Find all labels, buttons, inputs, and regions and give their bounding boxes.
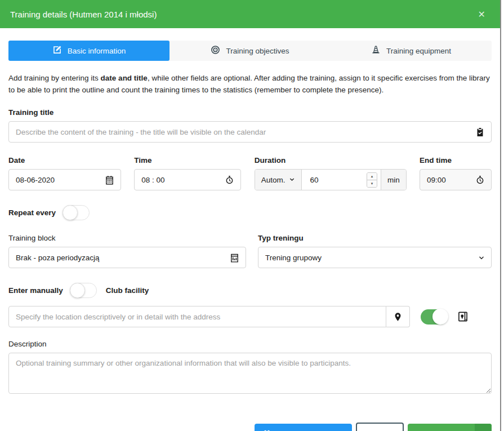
save-and-back-main[interactable]: Save and back (408, 424, 475, 431)
training-block-label: Training block (8, 234, 246, 242)
date-field (8, 169, 121, 190)
notify-button[interactable]: Notify (356, 423, 404, 431)
calendar-icon[interactable] (105, 175, 114, 185)
target-icon (211, 45, 220, 56)
time-input[interactable] (135, 176, 225, 184)
tab-training-equipment[interactable]: Training equipment (331, 41, 492, 61)
modal-header: Training details (Hutmen 2014 i młodsi) … (0, 0, 500, 28)
training-title-label: Training title (8, 108, 492, 117)
blocks-row: Training block Brak - poza periodyzacją … (8, 234, 492, 268)
close-icon[interactable]: ✕ (478, 9, 485, 20)
enter-manually-toggle[interactable] (70, 283, 97, 298)
intro-text: Add training by entering its date and ti… (8, 72, 492, 96)
chevron-down-icon (289, 176, 295, 184)
training-type-label: Typ treningu (258, 234, 492, 242)
location-input[interactable] (9, 313, 386, 321)
duration-label: Duration (255, 156, 407, 165)
training-title-field (8, 121, 492, 143)
tab-bar: Basic information Training objectives Tr… (8, 41, 492, 61)
date-label: Date (8, 156, 121, 165)
clipboard-check-icon[interactable] (475, 127, 485, 137)
time-label: Time (134, 156, 241, 165)
training-type-value: Trening grupowy (258, 254, 478, 262)
footer: ✕ Close Manage participants Notify Save … (8, 423, 492, 431)
map-pin-icon[interactable] (386, 306, 410, 327)
enter-manually-label: Enter manually (8, 286, 63, 295)
duration-unit: min (381, 170, 406, 190)
save-and-back-button: Save and back (408, 424, 492, 431)
repeat-label: Repeat every (8, 208, 56, 217)
edit-icon (52, 45, 62, 56)
club-facility-toggle[interactable] (421, 309, 448, 325)
date-input[interactable] (9, 176, 105, 184)
description-textarea[interactable] (8, 353, 492, 394)
training-block-value: Brak - poza periodyzacją (9, 254, 230, 262)
duration-value-wrap: ▴ ▾ (302, 170, 380, 190)
duration-mode-select[interactable]: Autom. (255, 170, 302, 190)
facility-map-icon[interactable] (457, 311, 469, 322)
duration-input[interactable] (309, 175, 366, 185)
modal-title: Training details (Hutmen 2014 i młodsi) (10, 10, 157, 19)
stepper-down-icon[interactable]: ▾ (367, 180, 377, 187)
tab-label: Training objectives (226, 47, 289, 55)
cone-icon (371, 45, 381, 56)
training-type-select[interactable]: Trening grupowy (258, 247, 492, 268)
toggle-knob (63, 205, 78, 220)
scrollbar-track[interactable] (500, 0, 501, 431)
training-block-field[interactable]: Brak - poza periodyzacją (8, 247, 246, 268)
end-time-field (420, 169, 492, 190)
repeat-toggle[interactable] (63, 205, 90, 220)
chevron-down-icon (478, 253, 485, 263)
tab-label: Training equipment (386, 47, 451, 55)
location-row (8, 306, 492, 327)
duration-field: Autom. ▴ ▾ min (255, 169, 407, 190)
location-mode-row: Enter manually Club facility (8, 283, 492, 298)
stepper-up-icon[interactable]: ▴ (367, 173, 377, 180)
clock-icon (475, 175, 485, 185)
end-time-input[interactable] (420, 176, 475, 184)
datetime-row: Date Time Duration Autom. (8, 156, 492, 190)
end-time-label: End time (420, 156, 492, 165)
duration-stepper: ▴ ▾ (367, 172, 377, 188)
clock-icon[interactable] (225, 175, 234, 185)
tab-training-objectives[interactable]: Training objectives (170, 41, 331, 61)
location-field (8, 306, 410, 327)
periodization-calendar-icon[interactable] (230, 253, 239, 263)
save-options-caret[interactable] (475, 424, 492, 431)
description-label: Description (8, 340, 492, 348)
time-field (134, 169, 241, 190)
toggle-knob (70, 283, 85, 298)
manage-participants-button[interactable]: Manage participants (255, 424, 353, 431)
scrollbar[interactable] (500, 0, 504, 431)
training-title-input[interactable] (9, 128, 475, 136)
tab-label: Basic information (68, 47, 126, 55)
toggle-knob (432, 309, 448, 325)
club-facility-label: Club facility (106, 286, 149, 295)
repeat-row: Repeat every (8, 205, 492, 220)
tab-basic-information[interactable]: Basic information (8, 41, 170, 61)
